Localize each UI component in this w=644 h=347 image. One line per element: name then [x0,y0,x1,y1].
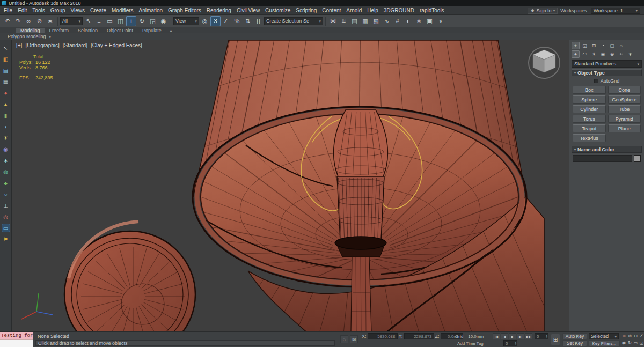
select-object-icon[interactable]: ↖ [83,16,93,26]
teapot-button[interactable]: Teapot [573,124,606,132]
tab-modeling[interactable]: Modeling [16,28,45,33]
maximize-viewport-icon[interactable]: ◱ [639,340,644,346]
zoom-all-icon[interactable]: ⊚ [627,333,632,339]
render-setup-icon[interactable]: ∗ [414,16,424,26]
toggle-ribbon-icon[interactable]: ▧ [371,16,381,26]
redo-icon[interactable]: ↷ [13,16,23,26]
object-type-rollout-header[interactable]: ▾ Object Type [572,69,642,76]
mirror-icon[interactable]: ⋈ [328,16,338,26]
helpers-category-icon[interactable]: ⊕ [608,50,616,58]
menu-item[interactable]: Edit [15,6,30,14]
teapot-tool-icon[interactable]: ◗ [2,122,10,131]
menu-item[interactable]: Graph Editors [165,6,204,14]
name-color-rollout-header[interactable]: ▾ Name and Color [572,146,642,153]
cylinder-tool-icon[interactable]: ▮ [2,111,10,120]
select-by-name-icon[interactable]: ≡ [94,16,104,26]
next-frame-icon[interactable]: ▶| [517,333,524,339]
spinner-arrows-icon[interactable]: ▴▾ [515,342,516,345]
torus-button[interactable]: Torus [573,115,606,123]
menu-item[interactable]: Modifiers [109,6,136,14]
circle-tool-icon[interactable]: ○ [2,190,10,198]
geosphere-button[interactable]: GeoSphere [608,95,641,104]
orbit-icon[interactable]: ↻ [627,340,632,346]
render-production-icon[interactable]: ◑ [435,16,445,26]
auto-key-button[interactable]: Auto Key [562,333,587,339]
toggle-scene-explorer-icon[interactable]: ▤ [349,16,360,26]
rendered-frame-window-icon[interactable]: ▣ [425,16,435,26]
globe-tool-icon[interactable]: ◍ [2,167,10,176]
menu-item[interactable]: Customize [262,6,293,14]
flag-tool-icon[interactable]: ⚑ [2,235,10,243]
listener-input-line[interactable] [0,340,33,347]
menu-item[interactable]: Animation [136,6,165,14]
key-filters-button[interactable]: Key Filters... [589,340,620,346]
systems-category-icon[interactable]: ∗ [626,50,634,58]
select-and-rotate-icon[interactable]: ↻ [137,16,147,26]
zoom-icon[interactable]: ⊕ [621,333,626,339]
menu-item[interactable]: Arnold [343,6,364,14]
current-frame-field[interactable]: 0 ▴▾ [535,333,548,339]
layers-tool-icon[interactable]: ▤ [2,66,10,75]
snaps-toggle-icon[interactable]: 3 [210,16,221,26]
target-tool-icon[interactable]: ◎ [2,212,10,221]
axis-tool-icon[interactable]: ⊥ [2,201,10,210]
menu-item[interactable]: Content [319,6,343,14]
cylinder-button[interactable]: Cylinder [573,105,606,113]
polygon-modeling-panel[interactable]: Polygon Modeling ▾ [0,33,644,40]
spinner-snap-icon[interactable]: ⇅ [243,16,253,26]
menu-item[interactable]: Views [68,6,88,14]
frame-spinner-secondary[interactable]: 0 ▴▾ [503,340,517,346]
autogrid-checkbox[interactable] [594,79,598,83]
lights-category-icon[interactable]: ☀ [590,50,598,58]
add-time-tag[interactable]: Add Time Tag [457,341,484,346]
menu-item[interactable]: Civil View [234,6,262,14]
selection-filter-dropdown[interactable]: All ▾ [60,17,83,25]
viewport-renderer-menu[interactable]: [Standard] [63,42,87,48]
edit-named-selection-sets-icon[interactable]: {} [253,16,264,26]
angle-snap-icon[interactable]: ∠ [221,16,231,26]
menu-item[interactable]: Scripting [293,6,319,14]
spinner-arrows-icon[interactable]: ▴▾ [546,335,547,338]
modify-tab-icon[interactable]: ◱ [581,42,589,49]
display-tab-icon[interactable]: ▢ [608,42,616,49]
align-icon[interactable]: ≋ [339,16,349,26]
previous-frame-icon[interactable]: ◀ [501,333,508,339]
viewport-pov-menu[interactable]: [Orthographic] [25,42,59,48]
toggle-layer-explorer-icon[interactable]: ▦ [360,16,370,26]
viewport-shading-menu[interactable]: [Clay + Edged Faces] [91,42,142,48]
percent-snap-icon[interactable]: % [232,16,242,26]
menu-item[interactable]: File [1,6,15,14]
menu-item[interactable]: Create [87,6,109,14]
menu-item[interactable]: Group [48,6,68,14]
viewport-canvas[interactable]: [+][Orthographic][Standard][Clay + Edged… [12,40,569,331]
set-key-button[interactable]: Set Key [562,340,587,346]
use-pivot-point-icon[interactable]: ◎ [200,16,210,26]
pan-icon[interactable]: ⇄ [621,340,626,346]
tab-selection[interactable]: Selection [74,28,102,33]
cameras-category-icon[interactable]: ◉ [599,50,607,58]
menu-item[interactable]: rapidTools [417,6,447,14]
unlink-selection-icon[interactable]: ⊘ [34,16,45,26]
pyramid-button[interactable]: Pyramid [608,115,641,123]
primitive-category-dropdown[interactable]: Standard Primitives ▾ [572,60,642,68]
light-tool-icon[interactable]: ☀ [2,134,10,142]
select-and-scale-icon[interactable]: ◲ [148,16,158,26]
viewport-general-menu[interactable]: [+] [16,42,22,48]
utilities-tab-icon[interactable]: ⌂ [617,42,625,49]
menu-item[interactable]: Help [364,6,381,14]
field-of-view-icon[interactable]: ∠ [639,333,644,339]
window-crossing-icon[interactable]: ◫ [115,16,126,26]
isolate-selection-icon[interactable]: ◌ [340,335,348,343]
plane-button[interactable]: Plane [608,124,641,132]
zoom-extents-icon[interactable]: ⊡ [633,333,638,339]
object-color-swatch[interactable] [634,155,641,162]
sphere-tool-icon[interactable]: ● [2,88,10,97]
curve-editor-icon[interactable]: ∿ [382,16,392,26]
set-key-mode-icon[interactable]: ⊞ [551,334,560,345]
monitor-tool-icon[interactable]: ▭ [2,224,10,232]
schematic-view-icon[interactable]: # [392,16,402,26]
reference-coordinate-dropdown[interactable]: View ▾ [173,17,199,25]
undo-icon[interactable]: ↶ [2,16,12,26]
go-to-start-icon[interactable]: |◀ [493,333,500,339]
material-editor-icon[interactable]: ◐ [403,16,413,26]
